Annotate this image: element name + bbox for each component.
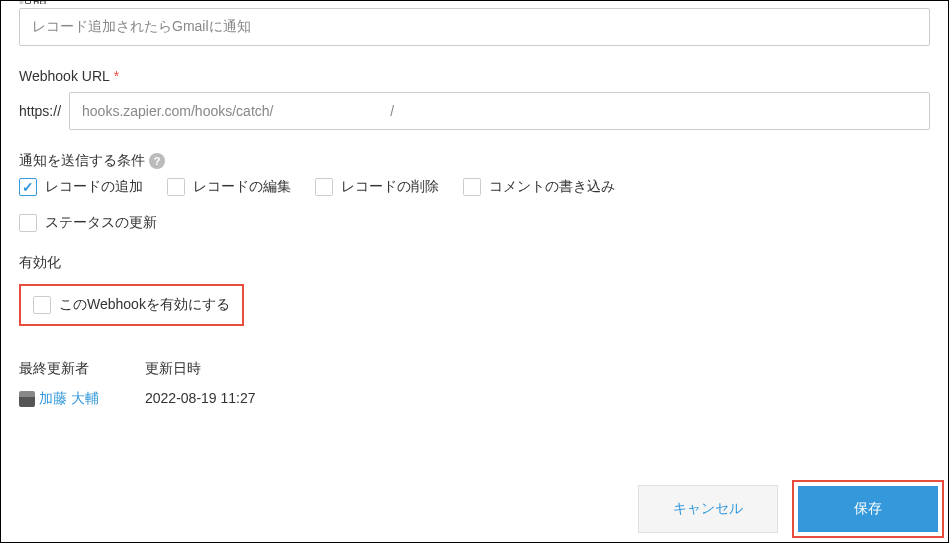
description-label: 説明 bbox=[19, 0, 930, 4]
condition-label: レコードの編集 bbox=[193, 178, 291, 196]
condition-label: ステータスの更新 bbox=[45, 214, 157, 232]
condition-label: レコードの削除 bbox=[341, 178, 439, 196]
activation-label: 有効化 bbox=[19, 254, 61, 272]
condition-record-add[interactable]: レコードの追加 bbox=[19, 178, 143, 196]
checkbox-icon[interactable] bbox=[33, 296, 51, 314]
checkbox-icon[interactable] bbox=[463, 178, 481, 196]
description-input[interactable] bbox=[19, 8, 930, 46]
webhook-url-label: Webhook URL bbox=[19, 68, 110, 84]
updater-label: 最終更新者 bbox=[19, 360, 109, 378]
checkbox-icon[interactable] bbox=[315, 178, 333, 196]
condition-record-edit[interactable]: レコードの編集 bbox=[167, 178, 291, 196]
cancel-button[interactable]: キャンセル bbox=[638, 485, 778, 533]
condition-status-update[interactable]: ステータスの更新 bbox=[19, 214, 157, 232]
save-button[interactable]: 保存 bbox=[798, 486, 938, 532]
activation-checkbox-label: このWebhookを有効にする bbox=[59, 296, 230, 314]
checkbox-icon[interactable] bbox=[19, 178, 37, 196]
datetime-label: 更新日時 bbox=[145, 360, 256, 378]
checkbox-icon[interactable] bbox=[167, 178, 185, 196]
url-prefix-label: https:// bbox=[19, 103, 61, 119]
condition-label: レコードの追加 bbox=[45, 178, 143, 196]
condition-record-delete[interactable]: レコードの削除 bbox=[315, 178, 439, 196]
condition-comment-write[interactable]: コメントの書き込み bbox=[463, 178, 615, 196]
datetime-value: 2022-08-19 11:27 bbox=[145, 390, 256, 406]
checkbox-icon[interactable] bbox=[19, 214, 37, 232]
activation-checkbox-item[interactable]: このWebhookを有効にする bbox=[33, 296, 230, 314]
avatar-icon bbox=[19, 391, 35, 407]
webhook-url-input[interactable] bbox=[69, 92, 930, 130]
required-asterisk-icon: * bbox=[114, 68, 119, 84]
help-icon[interactable]: ? bbox=[149, 153, 165, 169]
condition-label: コメントの書き込み bbox=[489, 178, 615, 196]
activation-highlight: このWebhookを有効にする bbox=[19, 284, 244, 326]
updater-name-link[interactable]: 加藤 大輔 bbox=[39, 390, 99, 408]
button-row: キャンセル 保存 bbox=[638, 480, 944, 538]
conditions-label: 通知を送信する条件 bbox=[19, 152, 145, 170]
save-highlight: 保存 bbox=[792, 480, 944, 538]
